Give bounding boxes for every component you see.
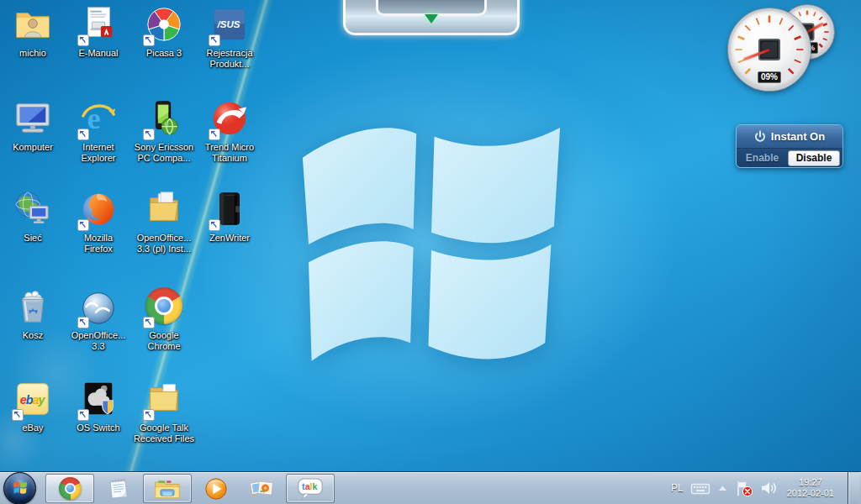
svg-text:ebay: ebay [20,393,46,407]
taskbar-button-windows-media-player[interactable] [195,475,237,502]
desktop-icon-label: OS Switch [66,423,130,433]
asus-icon: /SUS [209,5,250,45]
instant-on-gadget: Instant On Enable Disable [736,124,843,168]
desktop-icon-openoffice-3-3-pl-inst[interactable]: OpenOffice...3.3 (pl) Inst... [132,190,196,255]
desktop-icon-komputer[interactable]: Komputer [1,99,65,153]
desktop-icon-label: GoogleChrome [132,330,196,352]
tray-date: 2012-02-01 [787,488,834,499]
desktop-icon-e-manual[interactable]: E-Manual [66,5,130,59]
desktop-icon-internet-explorer[interactable]: eInternetExplorer [66,99,130,164]
desktop-icon-label: MozillaFirefox [66,233,130,255]
desktop-icon-zenwriter[interactable]: ZenWriter [198,190,261,244]
desktop-icon-os-switch[interactable]: OS Switch [66,380,130,433]
taskbar-button-google-talk[interactable]: talk [286,474,335,503]
desktop-icon-label: OpenOffice...3.3 (pl) Inst... [132,233,196,255]
desktop-icon-ebay[interactable]: ebayeBay [1,380,65,433]
ebay-icon: ebay [13,380,53,420]
desktop-icon-label: E-Manual [66,48,130,59]
desktop-icon-michio[interactable]: michio [1,5,65,59]
desktop-icon-rejestracja-produkt[interactable]: /SUSRejestracjaProdukt... [198,5,261,70]
desktop-icon-label: Google TalkReceived Files [132,423,196,444]
disable-button[interactable]: Disable [788,150,840,166]
desktop-icon-google-talk-received-files[interactable]: Google TalkReceived Files [132,380,196,444]
desktop-icon-label: eBay [1,423,65,433]
chrome-icon [144,287,184,328]
svg-text:/SUS: /SUS [217,19,240,29]
taskbar-button-windows-explorer[interactable] [143,474,192,503]
recycle-bin-icon [13,287,53,328]
desktop-icon-label: RejestracjaProdukt... [198,48,261,70]
tray-clock[interactable]: 19:27 2012-02-01 [784,477,837,499]
folder-docs-icon [144,190,184,230]
instant-on-header: Instant On [737,125,843,149]
network-icon [13,190,53,230]
instant-on-title: Instant On [771,130,825,143]
folder-user-icon [13,5,53,45]
cpu-gauge[interactable]: 09% [728,8,811,91]
desktop-icon-trend-micro-titanium[interactable]: Trend MicroTitanium [198,99,261,164]
ie-icon: e [78,99,119,139]
show-desktop-button[interactable] [848,472,859,504]
desktop-icon-label: ZenWriter [198,233,261,244]
desktop-icon-label: Sieć [1,233,65,244]
desktop-icon-label: Picasa 3 [132,48,196,59]
trend-micro-icon [209,99,250,139]
desktop-icon-label: OpenOffice...3.3 [66,330,130,352]
language-indicator[interactable]: PL [671,482,684,494]
keyboard-icon[interactable] [690,480,710,496]
firefox-icon [78,190,119,230]
phone-globe-icon [144,99,184,139]
power-icon [754,130,766,143]
show-hidden-icons-chevron[interactable] [717,485,728,491]
cpu-usage-value: 09% [758,71,781,83]
desktop-icon-mozilla-firefox[interactable]: MozillaFirefox [66,190,130,255]
zenwriter-icon [209,190,250,230]
manual-icon [78,5,119,45]
desktop-icon-label: Kosz [1,330,65,341]
desktop-icon-sieć[interactable]: Sieć [1,190,65,244]
desktop-icon-picasa-3[interactable]: Picasa 3 [132,5,196,59]
openoffice-orb-icon [78,287,119,328]
picasa-icon [144,5,184,45]
computer-icon [13,99,53,139]
start-button[interactable] [3,472,36,504]
desktop-icon-label: Trend MicroTitanium [198,142,261,164]
taskbar-button-notepad[interactable] [98,475,140,502]
desktop-icon-sony-ericsson-pc-compa[interactable]: Sony EricssonPC Compa... [132,99,196,164]
taskbar-buttons: talk [44,472,336,504]
desktop-icon-label: Sony EricssonPC Compa... [132,142,196,164]
desktop-icon-label: michio [1,48,65,59]
taskbar-button-google-chrome[interactable] [45,474,94,503]
taskbar-button-picasa-photo-viewer[interactable] [240,475,283,502]
folder-plain-icon [144,380,184,420]
windows7-desktop: 73% 09% Instant On Enable Disable michio… [0,0,861,504]
svg-text:talk: talk [302,481,317,491]
os-switch-icon [78,380,119,420]
volume-icon[interactable] [760,480,777,496]
taskbar: talk PL [0,471,861,504]
tray-time: 19:27 [787,477,834,488]
windows-orb-icon [12,481,28,496]
desktop-icon-google-chrome[interactable]: GoogleChrome [132,287,196,352]
top-dock-gadget[interactable] [343,0,520,35]
instant-on-controls: Enable Disable [737,149,843,167]
dock-green-down-arrow-icon[interactable] [425,14,438,24]
desktop-icon-openoffice-3-3[interactable]: OpenOffice...3.3 [66,287,130,352]
enable-button[interactable]: Enable [737,152,788,164]
action-center-flag-error-icon[interactable] [735,480,753,497]
desktop-icon-kosz[interactable]: Kosz [1,287,65,341]
desktop-icon-label: Komputer [1,142,65,153]
cpu-meter-gadget[interactable]: 73% 09% [728,5,841,97]
system-tray: PL 19:27 [671,472,861,504]
desktop-icon-label: InternetExplorer [66,142,130,164]
